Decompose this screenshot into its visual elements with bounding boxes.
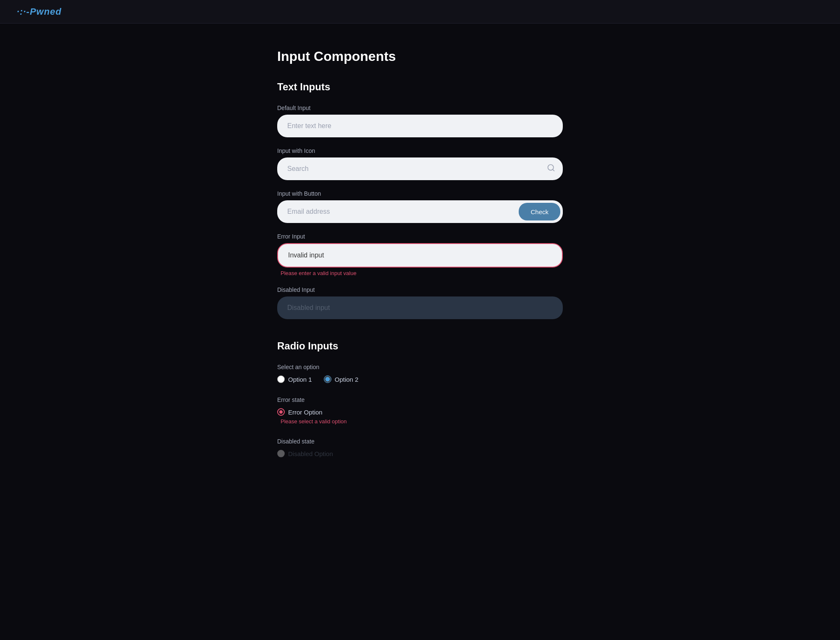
default-input-group: Default Input [277, 105, 563, 137]
radio-inputs-section: Radio Inputs Select an option Option 1 O… [277, 340, 563, 457]
logo: ·:·-Pwned [17, 6, 62, 17]
disabled-radio-label: Disabled state [277, 438, 563, 445]
navbar: ·:·-Pwned [0, 0, 840, 24]
disabled-radio-option-label: Disabled Option [288, 450, 333, 457]
button-input-wrapper: Check [277, 200, 563, 223]
check-button[interactable]: Check [519, 203, 560, 220]
disabled-input-group: Disabled Input [277, 286, 563, 319]
text-inputs-section: Text Inputs Default Input Input with Ico… [277, 81, 563, 319]
disabled-radio-option: Disabled Option [277, 450, 333, 457]
button-input-group: Input with Button Check [277, 190, 563, 223]
radio-option-1[interactable]: Option 1 [277, 375, 312, 383]
normal-radio-label: Select an option [277, 364, 563, 370]
logo-name: Pwned [30, 6, 62, 17]
error-radio-group: Error state Error Option Please select a… [277, 396, 563, 425]
radio-option-2[interactable]: Option 2 [324, 375, 359, 383]
default-input[interactable] [277, 115, 563, 137]
error-radio-options: Error Option [277, 408, 563, 416]
error-radio-border [277, 408, 285, 416]
error-radio-option[interactable]: Error Option [277, 408, 323, 416]
text-inputs-heading: Text Inputs [277, 81, 563, 93]
error-input-message: Please enter a valid input value [277, 270, 563, 276]
normal-radio-group: Select an option Option 1 Option 2 [277, 364, 563, 383]
disabled-radio-options: Disabled Option [277, 450, 563, 457]
radio-input-2[interactable] [324, 375, 331, 383]
disabled-input [277, 296, 563, 319]
disabled-input-label: Disabled Input [277, 286, 563, 293]
error-input-label: Error Input [277, 233, 563, 240]
error-radio-label: Error state [277, 396, 563, 403]
normal-radio-options: Option 1 Option 2 [277, 375, 563, 383]
email-input[interactable] [277, 200, 519, 223]
error-input[interactable] [277, 243, 563, 268]
error-input-group: Error Input Please enter a valid input v… [277, 233, 563, 276]
icon-input-label: Input with Icon [277, 147, 563, 154]
logo-prefix: ·:·- [17, 6, 30, 17]
error-radio-inner [279, 410, 283, 414]
disabled-radio-input [277, 450, 285, 457]
icon-input-wrapper [277, 157, 563, 180]
search-input[interactable] [277, 157, 563, 180]
main-content: Input Components Text Inputs Default Inp… [260, 24, 580, 504]
error-radio-option-label: Error Option [288, 409, 323, 416]
default-input-label: Default Input [277, 105, 563, 111]
disabled-radio-group: Disabled state Disabled Option [277, 438, 563, 457]
icon-input-group: Input with Icon [277, 147, 563, 180]
radio-label-2: Option 2 [335, 376, 359, 383]
button-input-label: Input with Button [277, 190, 563, 197]
radio-inputs-heading: Radio Inputs [277, 340, 563, 352]
radio-input-1[interactable] [277, 375, 285, 383]
radio-label-1: Option 1 [288, 376, 312, 383]
error-radio-message: Please select a valid option [277, 418, 563, 425]
page-title: Input Components [277, 49, 563, 64]
